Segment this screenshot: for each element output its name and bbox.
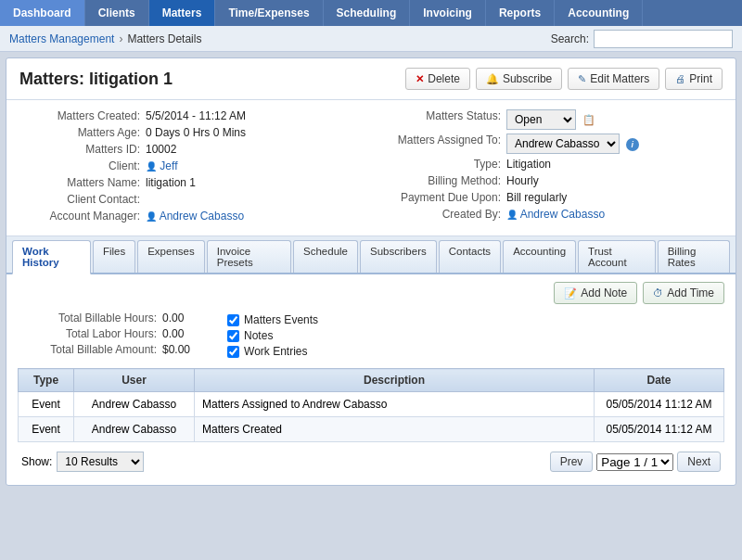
add-time-button[interactable]: ⏱ Add Time	[643, 282, 724, 304]
tab-schedule[interactable]: Schedule	[293, 240, 358, 273]
page-header: Matters: litigation 1 ✕ Delete 🔔 Subscri…	[6, 58, 736, 100]
created-by-label: Created By:	[380, 208, 501, 221]
breadcrumb-parent[interactable]: Matters Management	[9, 32, 114, 45]
filter-notes-checkbox[interactable]	[227, 330, 239, 342]
nav-clients[interactable]: Clients	[85, 0, 149, 26]
manager-link[interactable]: Andrew Cabasso	[160, 210, 244, 223]
created-by-icon: 👤	[506, 210, 518, 220]
status-copy-icon[interactable]: 📋	[582, 114, 595, 125]
stats-filter-row: Total Billable Hours: 0.00 Total Labor H…	[18, 312, 724, 359]
assigned-label: Matters Assigned To:	[380, 134, 501, 154]
manager-user-icon: 👤	[146, 211, 157, 222]
billable-amount-value: $0.00	[162, 343, 190, 356]
next-button[interactable]: Next	[677, 452, 721, 472]
header-buttons: ✕ Delete 🔔 Subscribe ✎ Edit Matters 🖨 Pr…	[405, 68, 723, 90]
labor-hours-label: Total Labor Hours:	[18, 327, 157, 340]
nav-scheduling[interactable]: Scheduling	[324, 0, 411, 26]
client-value: 👤 Jeff	[146, 159, 177, 172]
breadcrumb-bar: Matters Management › Matters Details Sea…	[0, 26, 742, 52]
detail-manager: Account Manager: 👤 Andrew Cabasso	[19, 210, 362, 223]
created-by-value: 👤 Andrew Cabasso	[506, 208, 605, 221]
nav-accounting[interactable]: Accounting	[555, 0, 643, 26]
add-note-button[interactable]: 📝 Add Note	[554, 282, 637, 304]
col-type: Type	[19, 369, 74, 392]
assigned-select[interactable]: Andrew Cabasso	[506, 134, 620, 154]
details-section: Matters Created: 5/5/2014 - 11:12 AM Mat…	[6, 100, 736, 236]
search-area: Search:	[551, 30, 733, 48]
tab-contacts[interactable]: Contacts	[439, 240, 501, 273]
filter-matters-events-checkbox[interactable]	[227, 314, 239, 326]
status-select[interactable]: Open Closed Pending	[506, 109, 576, 130]
detail-payment: Payment Due Upon: Bill regularly	[380, 191, 723, 204]
page-select[interactable]: Page 1 / 1	[596, 453, 673, 471]
row-date-2: 05/05/2014 11:12 AM	[595, 417, 724, 442]
id-label: Matters ID:	[19, 143, 140, 156]
status-label: Matters Status:	[380, 109, 501, 130]
created-by-link[interactable]: Andrew Cabasso	[520, 208, 605, 221]
add-note-icon: 📝	[564, 287, 577, 299]
tab-accounting[interactable]: Accounting	[503, 240, 576, 273]
print-icon: 🖨	[675, 73, 685, 84]
contact-label: Client Contact:	[19, 193, 140, 206]
name-label: Matters Name:	[19, 176, 140, 189]
col-date: Date	[595, 369, 724, 392]
nav-matters[interactable]: Matters	[149, 0, 216, 26]
row-type-1: Event	[19, 392, 74, 417]
billable-hours-value: 0.00	[162, 312, 184, 325]
show-results-select[interactable]: 10 Results 25 Results 50 Results 100 Res…	[57, 452, 144, 472]
name-value: litigation 1	[146, 176, 196, 189]
labor-hours-value: 0.00	[162, 327, 184, 340]
table-row: Event Andrew Cabasso Matters Created 05/…	[19, 417, 724, 442]
nav-invoicing[interactable]: Invoicing	[410, 0, 486, 26]
row-user-1: Andrew Cabasso	[74, 392, 195, 417]
row-description-2: Matters Created	[195, 417, 595, 442]
tab-expenses[interactable]: Expenses	[137, 240, 205, 273]
breadcrumb-current: Matters Details	[127, 32, 201, 45]
row-description-1: Matters Assigned to Andrew Cabasso	[195, 392, 595, 417]
nav-reports[interactable]: Reports	[486, 0, 555, 26]
table-footer: Show: 10 Results 25 Results 50 Results 1…	[18, 446, 724, 477]
payment-label: Payment Due Upon:	[380, 191, 501, 204]
prev-button[interactable]: Prev	[550, 452, 594, 472]
billable-hours-label: Total Billable Hours:	[18, 312, 157, 325]
delete-icon: ✕	[416, 73, 424, 85]
tab-subscribers[interactable]: Subscribers	[360, 240, 437, 273]
type-value: Litigation	[506, 158, 551, 171]
id-value: 10002	[146, 143, 176, 156]
nav-dashboard[interactable]: Dashboard	[0, 0, 85, 26]
detail-assigned: Matters Assigned To: Andrew Cabasso i	[380, 134, 723, 154]
edit-matters-button[interactable]: ✎ Edit Matters	[568, 68, 659, 90]
tab-billing-rates[interactable]: Billing Rates	[658, 240, 730, 273]
filter-notes: Notes	[227, 329, 318, 342]
client-link[interactable]: Jeff	[160, 159, 177, 172]
filter-work-entries-checkbox[interactable]	[227, 346, 239, 358]
status-value: Open Closed Pending 📋	[506, 109, 595, 130]
billing-value: Hourly	[506, 174, 539, 187]
detail-client: Client: 👤 Jeff	[19, 159, 362, 172]
assigned-info-icon[interactable]: i	[626, 138, 639, 151]
manager-label: Account Manager:	[19, 210, 140, 223]
type-label: Type:	[380, 158, 501, 171]
tab-files[interactable]: Files	[93, 240, 135, 273]
tab-invoice-presets[interactable]: Invoice Presets	[207, 240, 291, 273]
row-date-1: 05/05/2014 11:12 AM	[595, 392, 724, 417]
breadcrumb: Matters Management › Matters Details	[9, 32, 201, 45]
search-input[interactable]	[594, 30, 733, 48]
tab-trust-account[interactable]: Trust Account	[578, 240, 656, 273]
tab-work-history[interactable]: Work History	[12, 240, 91, 274]
top-navigation: Dashboard Clients Matters Time/Expenses …	[0, 0, 742, 26]
delete-button[interactable]: ✕ Delete	[405, 68, 470, 90]
print-button[interactable]: 🖨 Print	[665, 68, 723, 90]
detail-name: Matters Name: litigation 1	[19, 176, 362, 189]
table-row: Event Andrew Cabasso Matters Assigned to…	[19, 392, 724, 417]
work-history-table: Type User Description Date Event Andrew …	[18, 368, 724, 442]
show-label: Show:	[21, 455, 52, 468]
filter-work-entries: Work Entries	[227, 345, 318, 358]
subscribe-icon: 🔔	[486, 73, 499, 85]
subscribe-button[interactable]: 🔔 Subscribe	[476, 68, 562, 90]
detail-id: Matters ID: 10002	[19, 143, 362, 156]
tabs-bar: Work History Files Expenses Invoice Pres…	[6, 236, 736, 274]
stat-labor-hours: Total Labor Hours: 0.00	[18, 327, 190, 340]
breadcrumb-separator: ›	[119, 32, 122, 45]
nav-time-expenses[interactable]: Time/Expenses	[215, 0, 323, 26]
